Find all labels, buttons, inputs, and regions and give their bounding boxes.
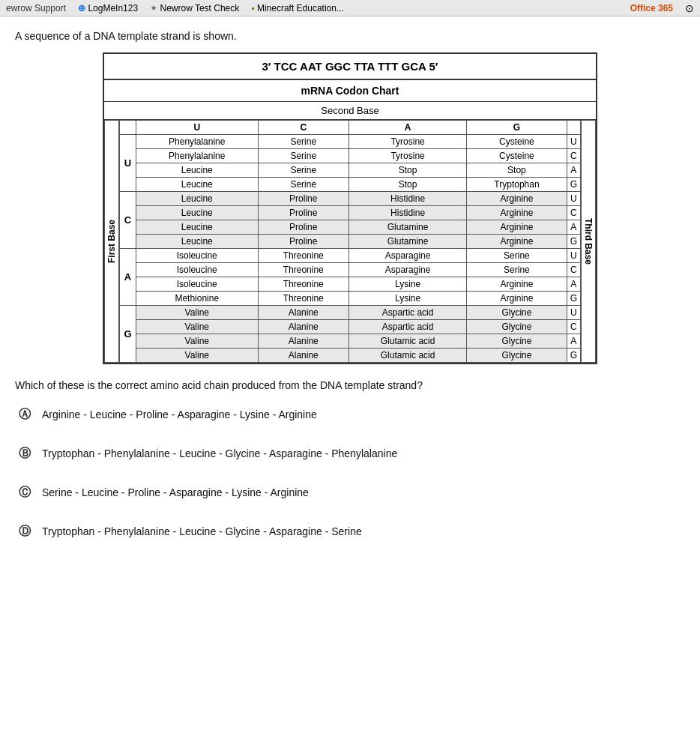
answer-choice[interactable]: ⒷTryptophan - Phenylalanine - Leucine - …	[15, 444, 685, 463]
amino-g: Arginine	[467, 292, 567, 306]
amino-g: Arginine	[467, 206, 567, 220]
amino-c: Threonine	[258, 263, 349, 277]
toolbar-item-support[interactable]: ewrow Support	[6, 3, 66, 13]
table-row: MethionineThreonineLysineArginineG	[120, 292, 581, 306]
answer-badge-a: Ⓐ	[15, 405, 34, 424]
amino-a: Stop	[349, 178, 466, 192]
answer-section: ⒶArginine - Leucine - Proline - Asparagi…	[15, 405, 685, 541]
amino-g: Tryptophan	[467, 178, 567, 192]
answer-text: Tryptophan - Phenylalanine - Leucine - G…	[42, 525, 362, 537]
main-content: A sequence of a DNA template strand is s…	[0, 16, 700, 751]
third-base-value: C	[567, 263, 580, 277]
amino-a: Glutamine	[349, 235, 466, 249]
amino-g: Glycine	[467, 320, 567, 334]
intro-text: A sequence of a DNA template strand is s…	[15, 30, 685, 42]
third-base-value: U	[567, 306, 580, 320]
table-row: LeucineSerineStopStopA	[120, 163, 581, 178]
toolbar-item-office365[interactable]: Office 365	[630, 3, 673, 13]
amino-c: Threonine	[258, 292, 349, 306]
amino-u: Valine	[136, 320, 259, 334]
third-base-value: C	[567, 320, 580, 334]
amino-g: Arginine	[467, 235, 567, 249]
amino-a: Tyrosine	[349, 135, 466, 149]
third-base-value: G	[567, 292, 580, 306]
third-base-value: A	[567, 334, 580, 349]
amino-c: Serine	[258, 178, 349, 192]
amino-c: Proline	[258, 192, 349, 206]
amino-a: Glutamic acid	[349, 349, 466, 363]
amino-a: Stop	[349, 163, 466, 178]
table-row: ValineAlanineGlutamic acidGlycineG	[120, 349, 581, 363]
third-base-value: C	[567, 206, 580, 220]
amino-u: Leucine	[136, 192, 259, 206]
third-base-value: U	[567, 249, 580, 263]
amino-g: Glycine	[467, 334, 567, 349]
toolbar-item-newrow[interactable]: ✦ Newrow Test Check	[150, 3, 239, 13]
answer-badge-d: Ⓓ	[15, 522, 34, 541]
table-row: CLeucineProlineHistidineArginineU	[120, 192, 581, 206]
answer-choice[interactable]: ⒶArginine - Leucine - Proline - Asparagi…	[15, 405, 685, 424]
amino-a: Aspartic acid	[349, 306, 466, 320]
answer-text: Serine - Leucine - Proline - Asparagine …	[42, 486, 309, 498]
table-row: LeucineSerineStopTryptophanG	[120, 178, 581, 192]
browser-toolbar: ewrow Support ⊕ LogMeIn123 ✦ Newrow Test…	[0, 0, 700, 16]
question-text: Which of these is the correct amino acid…	[15, 379, 685, 391]
amino-c: Alanine	[258, 349, 349, 363]
amino-u: Leucine	[136, 163, 259, 178]
amino-a: Glutamic acid	[349, 334, 466, 349]
table-row: GValineAlanineAspartic acidGlycineU	[120, 306, 581, 320]
amino-g: Stop	[467, 163, 567, 178]
third-base-label: Third Base	[581, 120, 596, 363]
amino-a: Asparagine	[349, 263, 466, 277]
block-icon: ▪	[251, 3, 254, 13]
answer-choice[interactable]: ⒹTryptophan - Phenylalanine - Leucine - …	[15, 522, 685, 541]
third-base-value: G	[567, 178, 580, 192]
first-base-label: First Base	[104, 120, 119, 363]
toolbar-menu-icon[interactable]: ⊙	[685, 2, 694, 14]
plus-circle-icon: ⊕	[78, 3, 85, 13]
amino-c: Serine	[258, 149, 349, 163]
mrna-title: mRNA Codon Chart	[104, 80, 596, 102]
amino-c: Proline	[258, 206, 349, 220]
amino-u: Methionine	[136, 292, 259, 306]
col-header-first	[120, 121, 136, 135]
toolbar-item-minecraft[interactable]: ▪ Minecraft Education...	[251, 3, 344, 13]
answer-text: Arginine - Leucine - Proline - Asparagin…	[42, 408, 317, 420]
amino-c: Alanine	[258, 306, 349, 320]
toolbar-item-logmein[interactable]: ⊕ LogMeIn123	[78, 3, 138, 13]
answer-choice[interactable]: ⒸSerine - Leucine - Proline - Asparagine…	[15, 483, 685, 502]
answer-badge-b: Ⓑ	[15, 444, 34, 463]
second-base-label: Second Base	[104, 102, 596, 120]
amino-c: Alanine	[258, 334, 349, 349]
col-header-a: A	[349, 121, 466, 135]
table-row: IsoleucineThreonineAsparagineSerineC	[120, 263, 581, 277]
amino-u: Leucine	[136, 235, 259, 249]
amino-u: Phenylalanine	[136, 149, 259, 163]
table-row: LeucineProlineGlutamineArginineA	[120, 220, 581, 235]
amino-c: Serine	[258, 163, 349, 178]
first-base-value: U	[120, 135, 136, 192]
amino-g: Arginine	[467, 277, 567, 292]
amino-u: Phenylalanine	[136, 135, 259, 149]
third-base-value: A	[567, 163, 580, 178]
table-row: PhenylalanineSerineTyrosineCysteineC	[120, 149, 581, 163]
third-base-value: C	[567, 149, 580, 163]
gear-icon: ✦	[150, 3, 157, 13]
first-base-value: G	[120, 306, 136, 363]
amino-a: Glutamine	[349, 220, 466, 235]
table-row: LeucineProlineGlutamineArginineG	[120, 235, 581, 249]
amino-c: Proline	[258, 235, 349, 249]
col-header-c: C	[258, 121, 349, 135]
table-row: ValineAlanineGlutamic acidGlycineA	[120, 334, 581, 349]
codon-chart-container: 3′ TCC AAT GGC TTA TTT GCA 5′ mRNA Codon…	[103, 52, 597, 364]
col-header-third	[567, 121, 580, 135]
third-base-value: G	[567, 349, 580, 363]
amino-g: Cysteine	[467, 135, 567, 149]
third-base-value: U	[567, 192, 580, 206]
amino-c: Alanine	[258, 320, 349, 334]
amino-g: Cysteine	[467, 149, 567, 163]
codon-table: U C A G UPhenylalanineSerineTyrosineCyst…	[119, 120, 581, 363]
amino-g: Serine	[467, 249, 567, 263]
table-row: LeucineProlineHistidineArginineC	[120, 206, 581, 220]
amino-c: Serine	[258, 135, 349, 149]
